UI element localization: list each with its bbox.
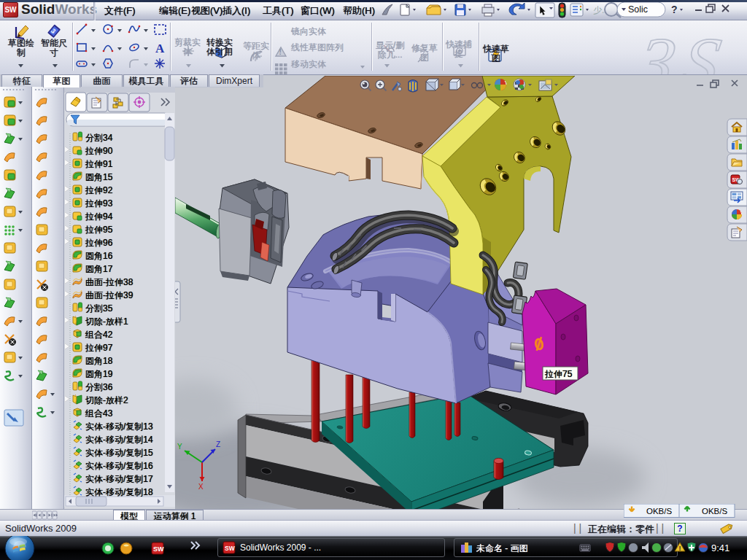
svg-text:SW: SW [225, 545, 236, 552]
svg-text:S: S [676, 23, 727, 74]
svg-text:3: 3 [630, 23, 682, 74]
svg-text:OKB/S: OKB/S [646, 507, 672, 516]
svg-text:OKB/S: OKB/S [702, 507, 727, 516]
svg-text:Z: Z [216, 440, 220, 448]
svg-text:!: ! [679, 545, 681, 552]
svg-text:Solic: Solic [628, 4, 648, 15]
svg-text:拉伸75: 拉伸75 [544, 369, 573, 379]
svg-text:X: X [198, 483, 204, 491]
svg-text:SW: SW [153, 545, 164, 553]
svg-text:Y: Y [177, 443, 182, 451]
svg-text:!: ! [279, 48, 282, 56]
svg-text:A: A [155, 42, 165, 55]
svg-text:?: ? [671, 4, 678, 15]
